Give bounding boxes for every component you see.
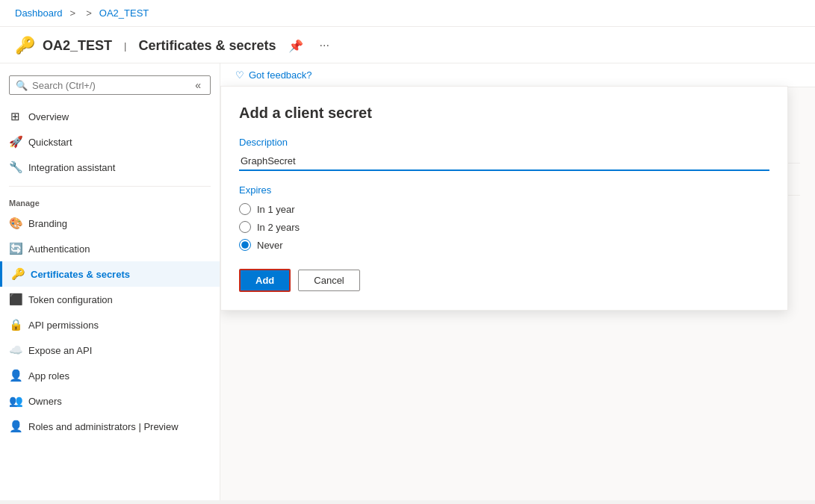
authentication-icon: 🔄 (9, 242, 21, 255)
search-icon: 🔍 (16, 80, 28, 91)
breadcrumb-dashboard[interactable]: Dashboard (15, 7, 63, 19)
breadcrumb: Dashboard > > OA2_TEST (0, 0, 815, 27)
sidebar-item-token[interactable]: ⬛ Token configuration (0, 287, 220, 312)
api-permissions-icon: 🔒 (9, 318, 21, 332)
expires-label: Expires (239, 184, 769, 196)
sidebar-label-authentication: Authentication (28, 243, 90, 255)
search-input[interactable] (32, 80, 188, 91)
sidebar-label-owners: Owners (28, 396, 62, 407)
breadcrumb-app[interactable]: OA2_TEST (99, 7, 149, 19)
sidebar-item-overview[interactable]: ⊞ Overview (0, 104, 220, 129)
sidebar-label-certificates: Certificates & secrets (31, 269, 130, 280)
quickstart-icon: 🚀 (9, 135, 21, 149)
branding-icon: 🎨 (9, 217, 21, 230)
search-container: 🔍 « (9, 75, 211, 95)
page-title: Certificates & secrets (138, 38, 276, 54)
description-input[interactable] (239, 152, 769, 171)
sidebar-label-quickstart: Quickstart (28, 137, 72, 148)
heart-icon: ♡ (235, 69, 244, 81)
sidebar-item-quickstart[interactable]: 🚀 Quickstart (0, 129, 220, 155)
dialog-title: Add a client secret (239, 105, 769, 122)
add-secret-dialog: Add a client secret Description Expires … (220, 86, 788, 311)
breadcrumb-sep-1: > (70, 7, 76, 19)
sidebar: 🔍 « ⊞ Overview 🚀 Quickstart 🔧 Integratio… (0, 63, 220, 500)
sidebar-label-branding: Branding (28, 218, 67, 229)
app-roles-icon: 👤 (9, 369, 21, 382)
sidebar-label-roles-admins: Roles and administrators | Preview (28, 421, 179, 432)
more-button[interactable]: ··· (315, 37, 334, 54)
cancel-button[interactable]: Cancel (298, 270, 359, 291)
sidebar-divider-1 (9, 186, 211, 187)
radio-label-1-year: In 1 year (257, 204, 295, 215)
sidebar-label-app-roles: App roles (28, 370, 69, 382)
owners-icon: 👥 (9, 394, 21, 408)
radio-label-never: Never (257, 240, 283, 251)
overview-icon: ⊞ (9, 110, 21, 123)
expose-api-icon: ☁️ (9, 343, 21, 357)
sidebar-item-api-permissions[interactable]: 🔒 API permissions (0, 312, 220, 337)
dialog-actions: Add Cancel (239, 269, 769, 292)
header-separator: | (124, 40, 126, 52)
radio-input-1-year[interactable] (239, 203, 251, 215)
description-label: Description (239, 137, 769, 148)
radio-2-years[interactable]: In 2 years (239, 221, 769, 233)
radio-1-year[interactable]: In 1 year (239, 203, 769, 215)
content-area: ♡ Got feedback? Add a client secret Desc… (220, 63, 815, 500)
sidebar-label-token: Token configuration (28, 294, 113, 305)
sidebar-item-certificates[interactable]: 🔑 Certificates & secrets (0, 261, 220, 287)
collapse-button[interactable]: « (192, 79, 204, 91)
add-button[interactable]: Add (239, 269, 291, 292)
sidebar-item-expose-api[interactable]: ☁️ Expose an API (0, 337, 220, 363)
sidebar-item-branding[interactable]: 🎨 Branding (0, 211, 220, 236)
app-name: OA2_TEST (43, 38, 112, 54)
breadcrumb-sep-2: > (86, 7, 92, 19)
page-header: 🔑 OA2_TEST | Certificates & secrets 📌 ··… (0, 27, 815, 63)
integration-icon: 🔧 (9, 161, 21, 174)
sidebar-item-app-roles[interactable]: 👤 App roles (0, 363, 220, 388)
sidebar-label-expose-api: Expose an API (28, 345, 92, 356)
radio-input-2-years[interactable] (239, 221, 251, 233)
sidebar-label-overview: Overview (28, 111, 69, 122)
sidebar-item-owners[interactable]: 👥 Owners (0, 388, 220, 414)
key-icon: 🔑 (15, 36, 35, 55)
sidebar-item-authentication[interactable]: 🔄 Authentication (0, 236, 220, 261)
feedback-label[interactable]: Got feedback? (249, 69, 312, 81)
sidebar-item-integration[interactable]: 🔧 Integration assistant (0, 155, 220, 180)
sidebar-label-api-permissions: API permissions (28, 320, 99, 331)
sidebar-label-integration: Integration assistant (28, 162, 115, 173)
manage-section-label: Manage (0, 193, 220, 211)
certificates-icon: 🔑 (11, 267, 23, 281)
pin-button[interactable]: 📌 (284, 37, 308, 55)
roles-admins-icon: 👤 (9, 420, 21, 433)
expires-radio-group: In 1 year In 2 years Never (239, 203, 769, 251)
radio-never[interactable]: Never (239, 239, 769, 251)
feedback-bar[interactable]: ♡ Got feedback? (220, 63, 815, 87)
radio-label-2-years: In 2 years (257, 222, 300, 233)
radio-input-never[interactable] (239, 239, 251, 251)
main-layout: 🔍 « ⊞ Overview 🚀 Quickstart 🔧 Integratio… (0, 63, 815, 500)
sidebar-item-roles-admins[interactable]: 👤 Roles and administrators | Preview (0, 414, 220, 439)
token-icon: ⬛ (9, 293, 21, 306)
